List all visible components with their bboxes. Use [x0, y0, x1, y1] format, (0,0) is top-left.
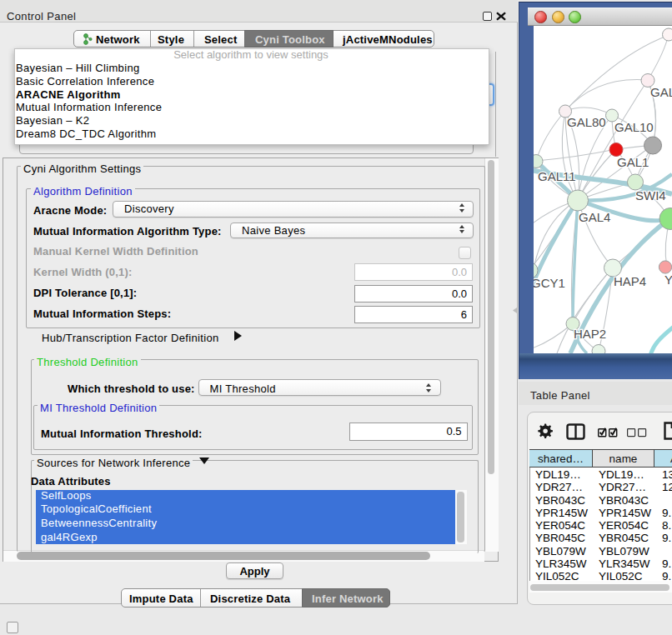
svg-text:GAL4: GAL4 [579, 210, 610, 224]
svg-text:GAL10: GAL10 [614, 120, 654, 134]
svg-text:HAP4: HAP4 [614, 274, 646, 288]
svg-text:YM: YM [664, 272, 672, 287]
svg-text:GCY1: GCY1 [534, 276, 565, 290]
svg-text:HAP2: HAP2 [574, 327, 606, 341]
svg-text:GAL80: GAL80 [567, 115, 606, 129]
svg-text:GAL11: GAL11 [538, 169, 576, 183]
svg-text:SWI4: SWI4 [635, 188, 666, 202]
svg-text:GAL1: GAL1 [617, 155, 649, 169]
svg-text:GAL2: GAL2 [650, 85, 672, 99]
